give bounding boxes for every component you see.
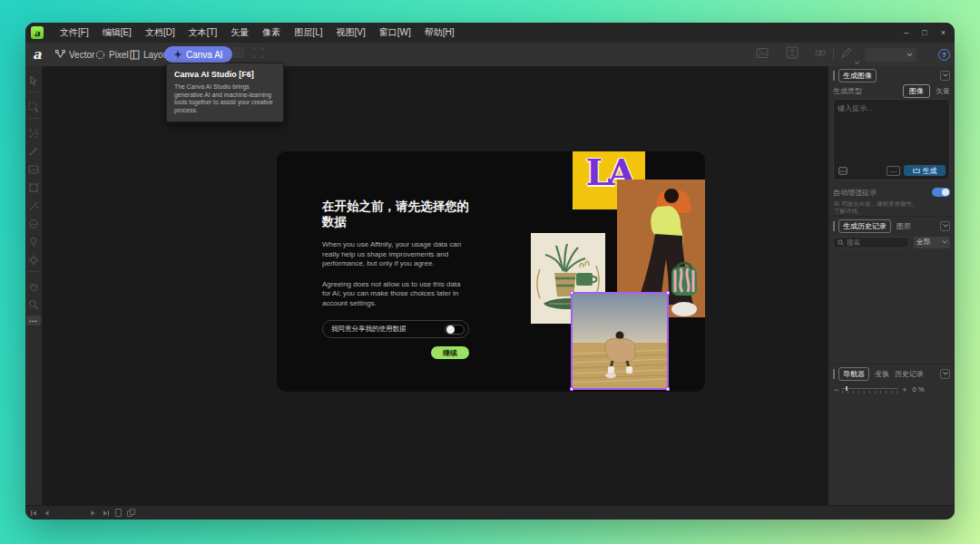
history-filter-row: 全部 — [828, 236, 955, 248]
preset-dropdown[interactable] — [865, 48, 916, 62]
tab-transform[interactable]: 变换 — [875, 369, 889, 379]
first-page-icon[interactable] — [30, 510, 37, 517]
pixel-persona-label: Pixel — [109, 50, 129, 60]
all-pages-icon[interactable] — [127, 509, 135, 517]
move-tool-icon[interactable] — [28, 73, 39, 84]
panel-divider — [828, 364, 955, 364]
fill-tool-icon[interactable] — [28, 217, 39, 228]
history-search-input[interactable] — [847, 238, 901, 247]
prompt-input[interactable] — [838, 103, 946, 163]
chevron-down-icon — [906, 53, 913, 57]
generate-button[interactable]: 生成 — [904, 165, 946, 176]
tab-navigator[interactable]: 导航器 — [838, 367, 869, 381]
panel-divider — [828, 216, 955, 217]
account-icon[interactable] — [786, 46, 799, 63]
select-bounds-icon[interactable] — [252, 46, 265, 63]
shape-tool-icon[interactable] — [28, 253, 39, 264]
hand-tool-icon[interactable] — [28, 279, 39, 290]
affinity-logo: a — [33, 46, 42, 63]
menu-pixel[interactable]: 像素 — [262, 26, 280, 39]
rail-divider — [28, 92, 39, 92]
type-vector-button[interactable]: 矢量 — [936, 86, 950, 96]
menu-layer[interactable]: 图层[L] — [294, 26, 322, 39]
previous-page-icon[interactable] — [43, 510, 50, 517]
maximize-button[interactable]: □ — [922, 28, 926, 37]
consent-toggle[interactable] — [445, 325, 465, 335]
add-image-icon[interactable] — [838, 167, 848, 175]
next-page-icon[interactable] — [90, 510, 97, 517]
zoom-slider[interactable] — [842, 386, 898, 393]
transform-tool-icon[interactable] — [28, 126, 39, 137]
vector-persona-button[interactable]: Vector — [55, 46, 94, 63]
canva-ai-tooltip: Canva AI Studio [F6] The Canva AI Studio… — [166, 63, 284, 122]
link-icon[interactable] — [814, 46, 827, 63]
snapshot-icon[interactable] — [232, 46, 245, 63]
magic-wand-tool-icon[interactable] — [28, 144, 39, 155]
generation-type-label: 生成类型 — [833, 86, 862, 96]
zoom-tool-icon[interactable] — [28, 297, 39, 308]
history-section-header: 生成历史记录 图层 — [828, 219, 955, 232]
panel-drag-handle — [833, 369, 835, 379]
app-window: a 文件[F] 编辑[E] 文档[D] 文本[T] 矢量 像素 图层[L] 视图… — [25, 23, 955, 520]
type-image-button[interactable]: 图像 — [903, 84, 930, 98]
auto-enhance-toggle[interactable] — [932, 188, 950, 197]
tab-history[interactable]: 历史记录 — [895, 369, 924, 379]
toolbar-overflow-button[interactable]: ⋮ — [216, 49, 227, 61]
help-button[interactable]: ? — [938, 49, 950, 61]
history-search[interactable] — [833, 237, 909, 248]
rail-more-button[interactable]: ••• — [26, 316, 41, 325]
chevron-down-icon — [943, 372, 948, 375]
single-page-icon[interactable] — [115, 509, 122, 517]
close-button[interactable]: × — [941, 28, 946, 37]
collapse-history-button[interactable] — [940, 221, 950, 231]
consent-row: 我同意分享我的使用数据 — [322, 320, 469, 338]
dialog-paragraph-2: Agreeing does not allow us to use this d… — [322, 280, 469, 309]
tab-layers[interactable]: 图层 — [897, 221, 911, 231]
prompt-options-button[interactable]: … — [887, 166, 900, 176]
persona-toolbar: a Vector Pixel Layout Canva AI ⋮ — [25, 43, 955, 66]
document-canvas[interactable]: 在开始之前，请先选择您的 数据 When you use Affinity, y… — [43, 66, 828, 505]
marquee-select-tool-icon[interactable] — [28, 100, 39, 111]
pixel-persona-button[interactable]: Pixel — [95, 46, 129, 63]
panel-drag-handle — [833, 71, 835, 81]
collapse-generate-button[interactable] — [940, 71, 950, 81]
right-panel: 生成图像 生成类型 图像 矢量 … 生成 自动增强提示 — [828, 66, 955, 505]
menu-edit[interactable]: 编辑[E] — [103, 26, 132, 39]
tool-rail: ••• — [25, 66, 43, 505]
menu-vector[interactable]: 矢量 — [230, 26, 249, 39]
tab-generation-history[interactable]: 生成历史记录 — [838, 219, 891, 233]
history-filter-dropdown[interactable]: 全部 — [914, 237, 950, 248]
zoom-value: 0 % — [913, 385, 925, 393]
tooltip-title: Canva AI Studio [F6] — [174, 70, 276, 79]
menu-text[interactable]: 文本[T] — [189, 26, 218, 39]
menu-view[interactable]: 视图[V] — [336, 26, 365, 39]
vector-persona-label: Vector — [69, 50, 94, 60]
window-controls: – □ × — [904, 28, 946, 37]
rail-divider — [28, 271, 39, 272]
vector-icon — [55, 50, 65, 60]
menu-help[interactable]: 帮助[H] — [425, 26, 455, 39]
continue-button[interactable]: 继续 — [431, 346, 469, 359]
frame-tool-icon[interactable] — [28, 180, 39, 191]
ai-brush-tool-icon[interactable] — [28, 199, 39, 209]
place-tool-icon[interactable] — [28, 235, 39, 246]
chevron-down-icon — [943, 224, 948, 228]
last-page-icon[interactable] — [103, 510, 110, 517]
collapse-navigator-button[interactable] — [940, 369, 950, 379]
chevron-down-icon — [942, 240, 947, 244]
crown-icon — [913, 168, 920, 173]
zoom-control: − + 0 % — [834, 385, 951, 393]
menu-window[interactable]: 窗口[W] — [379, 26, 411, 39]
menu-document[interactable]: 文档[D] — [145, 26, 175, 39]
tab-generate-image[interactable]: 生成图像 — [838, 69, 877, 83]
menu-file[interactable]: 文件[F] — [60, 26, 89, 39]
app-logo-icon: a — [31, 26, 44, 39]
main-menu: 文件[F] 编辑[E] 文档[D] 文本[T] 矢量 像素 图层[L] 视图[V… — [60, 26, 455, 39]
status-bar — [25, 505, 955, 520]
minimize-button[interactable]: – — [904, 28, 908, 37]
photo-artwork[interactable] — [571, 292, 669, 390]
export-image-icon[interactable] — [756, 46, 769, 63]
style-pen-icon[interactable] — [840, 46, 852, 63]
image-tool-icon[interactable] — [28, 162, 39, 173]
zoom-slider-knob[interactable] — [846, 386, 848, 391]
